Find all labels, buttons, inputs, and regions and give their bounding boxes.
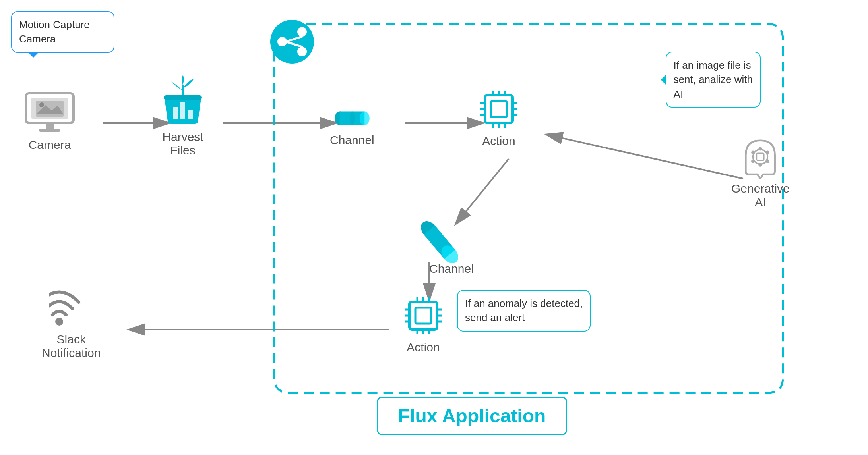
channel2-node: Channel <box>405 214 474 276</box>
slack-icon <box>49 286 93 330</box>
channel1-icon <box>332 106 372 130</box>
action1-node: Action <box>477 87 521 148</box>
channel1-label: Channel <box>330 133 374 147</box>
svg-point-62 <box>759 147 762 150</box>
svg-point-65 <box>759 163 762 167</box>
genai-label: GenerativeAI <box>731 182 790 209</box>
genai-node: GenerativeAI <box>731 135 790 209</box>
action2-label: Action <box>407 341 440 354</box>
svg-rect-15 <box>180 102 185 119</box>
action2-node: Action <box>401 294 445 354</box>
svg-rect-30 <box>491 101 507 117</box>
motion-capture-callout: Motion Capture Camera <box>11 11 114 53</box>
camera-node: Camera <box>24 87 76 152</box>
slack-node: SlackNotification <box>42 286 101 360</box>
svg-point-19 <box>270 20 314 64</box>
slack-label: SlackNotification <box>42 333 101 360</box>
svg-rect-47 <box>415 308 431 324</box>
harvest-files-label: HarvestFiles <box>162 130 203 157</box>
svg-rect-29 <box>485 95 513 123</box>
svg-point-66 <box>751 159 755 163</box>
svg-point-64 <box>766 159 769 163</box>
genai-icon <box>738 135 782 179</box>
svg-point-60 <box>55 318 63 326</box>
svg-rect-14 <box>173 107 178 119</box>
anomaly-callout: If an anomaly is detected,send an alert <box>457 290 591 332</box>
image-callout: If an image file issent, analize withAI <box>666 52 761 108</box>
svg-point-20 <box>297 27 307 37</box>
svg-rect-16 <box>188 110 193 119</box>
flux-application-label: Flux Application <box>377 397 567 435</box>
svg-rect-12 <box>46 123 54 129</box>
svg-rect-13 <box>39 129 60 132</box>
svg-point-28 <box>350 112 355 125</box>
svg-point-22 <box>297 47 307 56</box>
harvest-icon <box>159 75 207 127</box>
share-icon <box>270 20 314 64</box>
camera-icon <box>24 87 76 135</box>
svg-line-3 <box>548 135 743 179</box>
svg-point-61 <box>753 150 768 164</box>
svg-rect-46 <box>409 302 437 330</box>
action2-icon <box>401 294 445 337</box>
svg-point-21 <box>277 37 287 46</box>
svg-line-4 <box>457 159 509 222</box>
svg-rect-68 <box>757 153 764 160</box>
svg-point-67 <box>751 150 755 154</box>
svg-rect-18 <box>164 95 202 100</box>
harvest-files-node: HarvestFiles <box>159 75 207 157</box>
svg-point-27 <box>360 112 370 125</box>
channel2-label: Channel <box>429 262 474 276</box>
channel2-icon <box>416 214 463 270</box>
diagram-container: Motion Capture Camera Camera <box>0 0 868 455</box>
svg-point-11 <box>39 102 44 107</box>
camera-label: Camera <box>29 138 71 152</box>
share-node <box>270 20 314 64</box>
action1-icon <box>477 87 521 131</box>
svg-point-63 <box>766 150 769 154</box>
action1-label: Action <box>482 134 515 148</box>
channel1-node: Channel <box>330 106 374 147</box>
